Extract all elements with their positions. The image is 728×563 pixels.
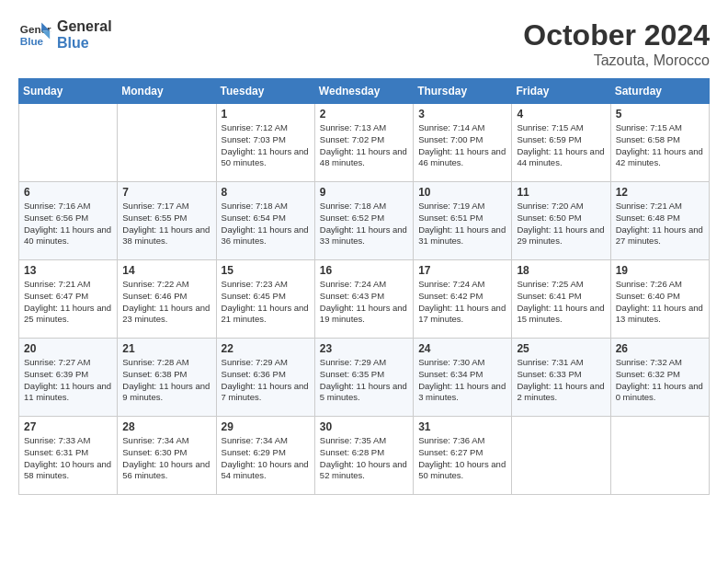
day-number: 16	[320, 264, 408, 277]
calendar-cell: 21Sunrise: 7:28 AM Sunset: 6:38 PM Dayli…	[118, 339, 216, 417]
day-info: Sunrise: 7:30 AM Sunset: 6:34 PM Dayligh…	[418, 357, 506, 404]
calendar-cell: 28Sunrise: 7:34 AM Sunset: 6:30 PM Dayli…	[118, 417, 216, 495]
day-of-week-header: Wednesday	[314, 79, 413, 104]
calendar-cell: 13Sunrise: 7:21 AM Sunset: 6:47 PM Dayli…	[19, 260, 118, 339]
calendar-cell: 12Sunrise: 7:21 AM Sunset: 6:48 PM Dayli…	[610, 182, 709, 260]
day-number: 5	[616, 108, 704, 121]
logo: General Blue General Blue	[18, 18, 112, 52]
calendar-cell: 8Sunrise: 7:18 AM Sunset: 6:54 PM Daylig…	[216, 182, 314, 260]
calendar-cell: 14Sunrise: 7:22 AM Sunset: 6:46 PM Dayli…	[118, 260, 216, 339]
day-number: 19	[616, 264, 704, 277]
day-info: Sunrise: 7:33 AM Sunset: 6:31 PM Dayligh…	[24, 435, 112, 482]
day-number: 2	[320, 108, 408, 121]
calendar-cell: 3Sunrise: 7:14 AM Sunset: 7:00 PM Daylig…	[414, 104, 512, 182]
day-number: 13	[24, 264, 112, 277]
day-number: 9	[320, 186, 408, 199]
day-info: Sunrise: 7:31 AM Sunset: 6:33 PM Dayligh…	[517, 357, 605, 404]
calendar-cell: 10Sunrise: 7:19 AM Sunset: 6:51 PM Dayli…	[414, 182, 512, 260]
day-number: 20	[24, 342, 112, 355]
day-number: 4	[517, 108, 605, 121]
svg-text:Blue: Blue	[20, 35, 44, 47]
calendar-cell: 31Sunrise: 7:36 AM Sunset: 6:27 PM Dayli…	[414, 417, 512, 495]
day-info: Sunrise: 7:13 AM Sunset: 7:02 PM Dayligh…	[320, 122, 408, 169]
calendar-cell: 6Sunrise: 7:16 AM Sunset: 6:56 PM Daylig…	[19, 182, 118, 260]
day-of-week-header: Tuesday	[216, 79, 314, 104]
day-of-week-header: Monday	[118, 79, 216, 104]
calendar-cell: 15Sunrise: 7:23 AM Sunset: 6:45 PM Dayli…	[216, 260, 314, 339]
calendar-cell: 1Sunrise: 7:12 AM Sunset: 7:03 PM Daylig…	[216, 104, 314, 182]
calendar-cell: 5Sunrise: 7:15 AM Sunset: 6:58 PM Daylig…	[610, 104, 709, 182]
calendar-cell: 26Sunrise: 7:32 AM Sunset: 6:32 PM Dayli…	[610, 339, 709, 417]
day-info: Sunrise: 7:18 AM Sunset: 6:52 PM Dayligh…	[320, 201, 408, 247]
day-number: 1	[222, 108, 310, 121]
day-info: Sunrise: 7:14 AM Sunset: 7:00 PM Dayligh…	[418, 122, 506, 169]
day-info: Sunrise: 7:34 AM Sunset: 6:30 PM Dayligh…	[122, 435, 210, 482]
day-number: 7	[122, 186, 210, 199]
calendar-table: SundayMondayTuesdayWednesdayThursdayFrid…	[18, 78, 710, 495]
day-number: 15	[222, 264, 310, 277]
calendar-week-row: 13Sunrise: 7:21 AM Sunset: 6:47 PM Dayli…	[19, 260, 710, 339]
calendar-cell: 4Sunrise: 7:15 AM Sunset: 6:59 PM Daylig…	[512, 104, 610, 182]
logo-icon: General Blue	[18, 18, 51, 52]
page-header: General Blue General Blue October 2024 T…	[18, 18, 710, 69]
calendar-cell: 16Sunrise: 7:24 AM Sunset: 6:43 PM Dayli…	[314, 260, 413, 339]
day-info: Sunrise: 7:17 AM Sunset: 6:55 PM Dayligh…	[122, 201, 210, 247]
day-number: 12	[616, 186, 704, 199]
calendar-cell: 23Sunrise: 7:29 AM Sunset: 6:35 PM Dayli…	[314, 339, 413, 417]
day-number: 30	[320, 420, 408, 433]
day-info: Sunrise: 7:23 AM Sunset: 6:45 PM Dayligh…	[222, 279, 310, 326]
calendar-cell	[610, 417, 709, 495]
day-info: Sunrise: 7:21 AM Sunset: 6:48 PM Dayligh…	[616, 201, 704, 247]
day-number: 24	[418, 342, 506, 355]
location: Tazouta, Morocco	[523, 52, 710, 69]
day-info: Sunrise: 7:28 AM Sunset: 6:38 PM Dayligh…	[122, 357, 210, 404]
calendar-cell: 18Sunrise: 7:25 AM Sunset: 6:41 PM Dayli…	[512, 260, 610, 339]
day-info: Sunrise: 7:12 AM Sunset: 7:03 PM Dayligh…	[222, 122, 310, 169]
day-info: Sunrise: 7:25 AM Sunset: 6:41 PM Dayligh…	[517, 279, 605, 326]
calendar-cell: 19Sunrise: 7:26 AM Sunset: 6:40 PM Dayli…	[610, 260, 709, 339]
day-number: 14	[122, 264, 210, 277]
day-info: Sunrise: 7:35 AM Sunset: 6:28 PM Dayligh…	[320, 435, 408, 482]
calendar-header-row: SundayMondayTuesdayWednesdayThursdayFrid…	[19, 79, 710, 104]
day-number: 3	[418, 108, 506, 121]
day-number: 26	[616, 342, 704, 355]
day-number: 6	[24, 186, 112, 199]
day-info: Sunrise: 7:20 AM Sunset: 6:50 PM Dayligh…	[517, 201, 605, 247]
calendar-cell	[512, 417, 610, 495]
calendar-cell: 11Sunrise: 7:20 AM Sunset: 6:50 PM Dayli…	[512, 182, 610, 260]
calendar-cell: 17Sunrise: 7:24 AM Sunset: 6:42 PM Dayli…	[414, 260, 512, 339]
day-info: Sunrise: 7:18 AM Sunset: 6:54 PM Dayligh…	[222, 201, 310, 247]
day-info: Sunrise: 7:26 AM Sunset: 6:40 PM Dayligh…	[616, 279, 704, 326]
calendar-cell: 2Sunrise: 7:13 AM Sunset: 7:02 PM Daylig…	[314, 104, 413, 182]
title-area: October 2024 Tazouta, Morocco	[523, 18, 710, 69]
day-number: 25	[517, 342, 605, 355]
calendar-cell: 29Sunrise: 7:34 AM Sunset: 6:29 PM Dayli…	[216, 417, 314, 495]
day-info: Sunrise: 7:15 AM Sunset: 6:58 PM Dayligh…	[616, 122, 704, 169]
calendar-cell: 20Sunrise: 7:27 AM Sunset: 6:39 PM Dayli…	[19, 339, 118, 417]
calendar-cell: 24Sunrise: 7:30 AM Sunset: 6:34 PM Dayli…	[414, 339, 512, 417]
calendar-week-row: 6Sunrise: 7:16 AM Sunset: 6:56 PM Daylig…	[19, 182, 710, 260]
day-number: 10	[418, 186, 506, 199]
calendar-cell: 22Sunrise: 7:29 AM Sunset: 6:36 PM Dayli…	[216, 339, 314, 417]
logo-general: General	[57, 18, 112, 35]
day-number: 29	[222, 420, 310, 433]
day-number: 17	[418, 264, 506, 277]
day-info: Sunrise: 7:32 AM Sunset: 6:32 PM Dayligh…	[616, 357, 704, 404]
day-number: 8	[222, 186, 310, 199]
calendar-cell: 25Sunrise: 7:31 AM Sunset: 6:33 PM Dayli…	[512, 339, 610, 417]
day-info: Sunrise: 7:24 AM Sunset: 6:43 PM Dayligh…	[320, 279, 408, 326]
day-number: 11	[517, 186, 605, 199]
calendar-cell: 7Sunrise: 7:17 AM Sunset: 6:55 PM Daylig…	[118, 182, 216, 260]
calendar-cell: 30Sunrise: 7:35 AM Sunset: 6:28 PM Dayli…	[314, 417, 413, 495]
calendar-cell: 27Sunrise: 7:33 AM Sunset: 6:31 PM Dayli…	[19, 417, 118, 495]
calendar-week-row: 1Sunrise: 7:12 AM Sunset: 7:03 PM Daylig…	[19, 104, 710, 182]
day-info: Sunrise: 7:29 AM Sunset: 6:36 PM Dayligh…	[222, 357, 310, 404]
day-number: 31	[418, 420, 506, 433]
day-info: Sunrise: 7:34 AM Sunset: 6:29 PM Dayligh…	[222, 435, 310, 482]
day-of-week-header: Saturday	[610, 79, 709, 104]
day-info: Sunrise: 7:29 AM Sunset: 6:35 PM Dayligh…	[320, 357, 408, 404]
day-of-week-header: Thursday	[414, 79, 512, 104]
logo-blue: Blue	[57, 35, 112, 52]
day-info: Sunrise: 7:16 AM Sunset: 6:56 PM Dayligh…	[24, 201, 112, 247]
calendar-cell: 9Sunrise: 7:18 AM Sunset: 6:52 PM Daylig…	[314, 182, 413, 260]
